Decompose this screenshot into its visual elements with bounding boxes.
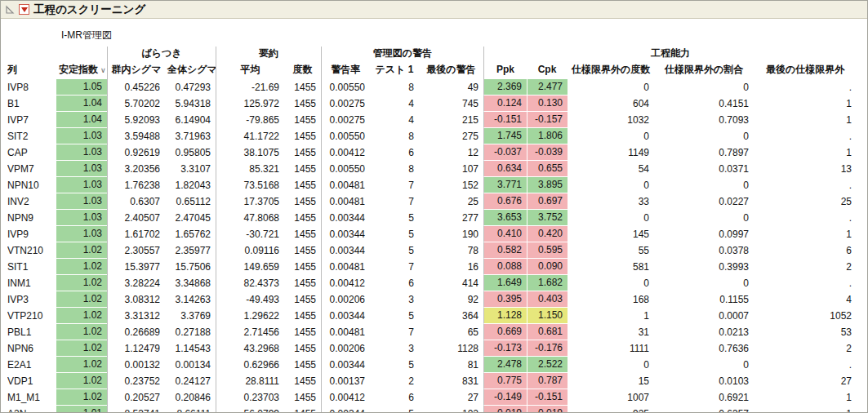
oos-proportion-cell: 0.6921 bbox=[654, 389, 754, 406]
test1-cell: 5 bbox=[370, 357, 419, 373]
within-sigma-cell: 3.31312 bbox=[107, 308, 165, 324]
alarm-rate-cell: 0.00481 bbox=[321, 193, 370, 210]
cpk-cell: 0.787 bbox=[527, 373, 568, 389]
process-name-cell: VTP210 bbox=[7, 308, 56, 324]
table-row[interactable]: IVP9 1.03 1.61702 1.65762 -30.721 1455 0… bbox=[7, 226, 857, 242]
stability-index-cell: 1.01 bbox=[56, 406, 107, 413]
cpk-cell: 1.150 bbox=[527, 308, 568, 324]
column-header-overall-sigma[interactable]: 全体シグマ bbox=[165, 61, 216, 79]
alarm-rate-cell: 0.00550 bbox=[321, 128, 370, 144]
table-row[interactable]: NPN6 1.02 1.12479 1.14543 43.2968 1455 0… bbox=[7, 340, 857, 357]
oos-count-cell: 925 bbox=[568, 406, 654, 413]
red-triangle-icon bbox=[21, 7, 28, 12]
cpk-cell: 1.682 bbox=[527, 275, 568, 291]
column-header-oos-count[interactable]: 仕様限界外の度数 bbox=[568, 61, 654, 79]
group-header-variability: ばらつき bbox=[107, 47, 216, 61]
column-header-cpk[interactable]: Cpk bbox=[527, 61, 568, 79]
column-header-count[interactable]: 度数 bbox=[284, 61, 321, 79]
table-row[interactable]: IVP3 1.02 3.08312 3.14263 -49.493 1455 0… bbox=[7, 291, 857, 308]
mean-cell: 2.71456 bbox=[216, 324, 284, 340]
last-alarm-cell: 215 bbox=[419, 112, 483, 128]
table-row[interactable]: CAP 1.03 0.92619 0.95805 38.1075 1455 0.… bbox=[7, 144, 857, 161]
overall-sigma-cell: 3.71963 bbox=[165, 128, 216, 144]
oos-count-cell: 0 bbox=[568, 177, 654, 193]
column-header-oos-proportion[interactable]: 仕様限界外の割合 bbox=[654, 61, 754, 79]
last-oos-cell: 1 bbox=[754, 112, 857, 128]
ppk-cell: 0.775 bbox=[483, 373, 527, 389]
ppk-cell: 0.669 bbox=[483, 324, 527, 340]
mean-cell: 41.1722 bbox=[216, 128, 284, 144]
table-row[interactable]: SIT2 1.03 3.59488 3.71963 41.1722 1455 0… bbox=[7, 128, 857, 144]
column-header-alarm-rate[interactable]: 警告率 bbox=[321, 61, 370, 79]
table-row[interactable]: E2A1 1.02 0.00132 0.00134 0.62966 1455 0… bbox=[7, 357, 857, 373]
column-header-name[interactable]: 列 bbox=[7, 61, 56, 79]
ppk-cell: -0.149 bbox=[483, 389, 527, 406]
outline-disclosure-icon[interactable] bbox=[4, 4, 15, 15]
ppk-cell: 2.369 bbox=[483, 79, 527, 95]
process-name-cell: VPM7 bbox=[7, 161, 56, 177]
table-row[interactable]: INV2 1.03 0.6307 0.65112 17.3705 1455 0.… bbox=[7, 193, 857, 210]
column-header-ppk[interactable]: Ppk bbox=[483, 61, 527, 79]
table-row[interactable]: NPN9 1.03 2.40507 2.47045 47.8068 1455 0… bbox=[7, 210, 857, 226]
column-header-test1[interactable]: テスト 1 bbox=[370, 61, 419, 79]
table-row[interactable]: IVP8 1.05 0.45226 0.47293 -21.69 1455 0.… bbox=[7, 79, 857, 95]
process-name-cell: VDP1 bbox=[7, 373, 56, 389]
table-row[interactable]: VPM7 1.03 3.20356 3.3107 85.321 1455 0.0… bbox=[7, 161, 857, 177]
last-alarm-cell: 275 bbox=[419, 128, 483, 144]
table-row[interactable]: SIT1 1.02 15.3977 15.7506 149.659 1455 0… bbox=[7, 259, 857, 275]
alarm-rate-cell: 0.00137 bbox=[321, 373, 370, 389]
overall-sigma-cell: 3.3769 bbox=[165, 308, 216, 324]
count-cell: 1455 bbox=[284, 259, 321, 275]
mean-cell: 85.321 bbox=[216, 161, 284, 177]
last-oos-cell: 2 bbox=[754, 259, 857, 275]
overall-sigma-cell: 3.34868 bbox=[165, 275, 216, 291]
red-triangle-menu-button[interactable] bbox=[19, 4, 29, 15]
last-oos-cell: . bbox=[754, 210, 857, 226]
table-row[interactable]: B1 1.04 5.70202 5.94318 125.972 1455 0.0… bbox=[7, 95, 857, 112]
mean-cell: 125.972 bbox=[216, 95, 284, 112]
last-alarm-cell: 92 bbox=[419, 291, 483, 308]
process-screening-table: ばらつき 要約 管理図の警告 工程能力 列 安定指数∨ 群内シグマ 全体シグマ … bbox=[7, 47, 857, 413]
outline-title-bar: 工程のスクリーニング bbox=[1, 1, 867, 19]
table-row[interactable]: INM1 1.02 3.28224 3.34868 82.4373 1455 0… bbox=[7, 275, 857, 291]
oos-count-cell: 168 bbox=[568, 291, 654, 308]
stability-index-cell: 1.02 bbox=[56, 340, 107, 357]
table-row[interactable]: NPN10 1.03 1.76238 1.82043 73.5168 1455 … bbox=[7, 177, 857, 193]
last-oos-cell: 4 bbox=[754, 291, 857, 308]
overall-sigma-cell: 0.00134 bbox=[165, 357, 216, 373]
within-sigma-cell: 0.6307 bbox=[107, 193, 165, 210]
alarm-rate-cell: 0.00344 bbox=[321, 357, 370, 373]
table-body: IVP8 1.05 0.45226 0.47293 -21.69 1455 0.… bbox=[7, 79, 857, 413]
cpk-cell: -0.176 bbox=[527, 340, 568, 357]
alarm-rate-cell: 0.00550 bbox=[321, 79, 370, 95]
column-header-stability[interactable]: 安定指数∨ bbox=[56, 61, 107, 79]
stability-index-cell: 1.03 bbox=[56, 210, 107, 226]
oos-proportion-cell: 0.6357 bbox=[654, 406, 754, 413]
overall-sigma-cell: 1.82043 bbox=[165, 177, 216, 193]
ppk-cell: 0.124 bbox=[483, 95, 527, 112]
table-row[interactable]: PBL1 1.02 0.26689 0.27188 2.71456 1455 0… bbox=[7, 324, 857, 340]
column-header-last-alarm[interactable]: 最後の警告 bbox=[419, 61, 483, 79]
ppk-cell: 2.478 bbox=[483, 357, 527, 373]
within-sigma-cell: 2.30557 bbox=[107, 242, 165, 259]
test1-cell: 7 bbox=[370, 177, 419, 193]
column-header-mean[interactable]: 平均 bbox=[216, 61, 284, 79]
oos-proportion-cell: 0.7093 bbox=[654, 112, 754, 128]
cpk-cell: 0.403 bbox=[527, 291, 568, 308]
column-header-within-sigma[interactable]: 群内シグマ bbox=[107, 61, 165, 79]
last-oos-cell: 1 bbox=[754, 389, 857, 406]
table-row[interactable]: VTN210 1.02 2.30557 2.35977 0.09116 1455… bbox=[7, 242, 857, 259]
column-header-last-oos[interactable]: 最後の仕様限界外 bbox=[754, 61, 857, 79]
mean-cell: -49.493 bbox=[216, 291, 284, 308]
overall-sigma-cell: 1.14543 bbox=[165, 340, 216, 357]
stability-index-cell: 1.02 bbox=[56, 357, 107, 373]
oos-count-cell: 1111 bbox=[568, 340, 654, 357]
table-row[interactable]: M1_M1 1.02 0.20527 0.20846 0.23703 1455 … bbox=[7, 389, 857, 406]
process-name-cell: SIT1 bbox=[7, 259, 56, 275]
oos-proportion-cell: 0.1155 bbox=[654, 291, 754, 308]
table-row[interactable]: VTP210 1.02 3.31312 3.3769 1.29622 1455 … bbox=[7, 308, 857, 324]
oos-count-cell: 54 bbox=[568, 161, 654, 177]
table-row[interactable]: VDP1 1.02 0.23752 0.24127 28.8111 1455 0… bbox=[7, 373, 857, 389]
table-row[interactable]: A2N 1.01 8.53741 8.66111 56.0799 1455 0.… bbox=[7, 406, 857, 413]
table-row[interactable]: IVP7 1.04 5.92093 6.14904 -79.865 1455 0… bbox=[7, 112, 857, 128]
